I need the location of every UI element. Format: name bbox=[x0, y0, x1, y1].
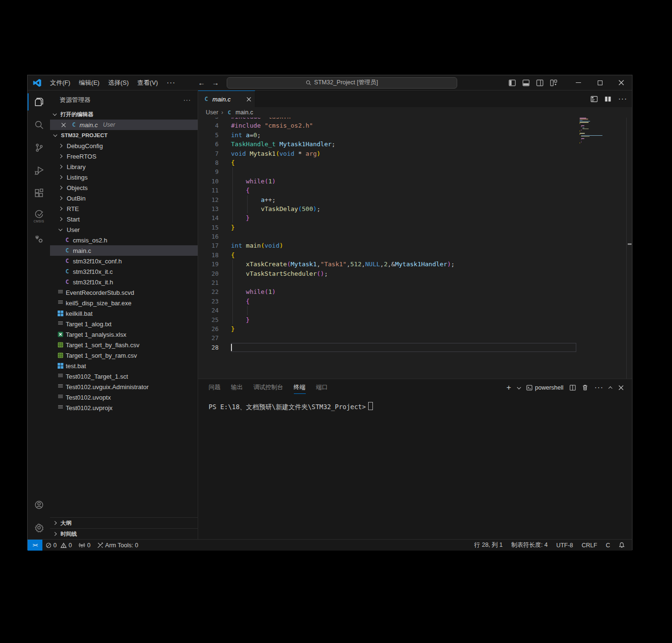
code-editor[interactable]: 3#include "task.h"4#include "cmsis_os2.h… bbox=[198, 118, 632, 379]
code-line-3[interactable]: 3#include "task.h" bbox=[198, 118, 632, 121]
tree-item-keil5-disp-size-bar-exe[interactable]: keil5_disp_size_bar.exe bbox=[50, 298, 198, 308]
split-editor-icon[interactable] bbox=[604, 96, 612, 102]
trash-icon[interactable] bbox=[582, 384, 588, 391]
nav-forward-button[interactable]: → bbox=[212, 79, 219, 87]
extensions-icon[interactable] bbox=[28, 182, 50, 205]
tree-item-outbin[interactable]: OutBin bbox=[50, 193, 198, 203]
tree-item-cmsis-os2-h[interactable]: Ccmsis_os2.h bbox=[50, 235, 198, 245]
encoding-status[interactable]: UTF-8 bbox=[552, 540, 577, 551]
panel-tab-3[interactable]: 终端 bbox=[289, 379, 311, 396]
panel-tab-4[interactable]: 端口 bbox=[311, 379, 333, 396]
tree-item-target-1-sort-by-ram-csv[interactable]: Target 1_sort_by_ram.csv bbox=[50, 350, 198, 361]
code-line-17[interactable]: 17int main(void) bbox=[198, 241, 632, 250]
code-line-13[interactable]: 13 vTaskDelay(500); bbox=[198, 204, 632, 213]
explorer-icon[interactable] bbox=[28, 90, 50, 113]
code-line-12[interactable]: 12 a++; bbox=[198, 195, 632, 204]
tree-item-keilkill-bat[interactable]: keilkill.bat bbox=[50, 308, 198, 319]
code-line-6[interactable]: 6TaskHandle_t Mytask1Handler; bbox=[198, 140, 632, 149]
code-line-23[interactable]: 23 { bbox=[198, 297, 632, 306]
command-center-search[interactable]: STM32_Project [管理员] bbox=[227, 77, 457, 89]
notifications-bell[interactable] bbox=[614, 540, 629, 551]
menu-item-2[interactable]: 选择(S) bbox=[104, 76, 133, 90]
language-mode-status[interactable]: C bbox=[602, 540, 614, 551]
code-line-22[interactable]: 22 while(1) bbox=[198, 287, 632, 296]
tree-item-stm32f10x-conf-h[interactable]: Cstm32f10x_conf.h bbox=[50, 256, 198, 266]
tab-close-icon[interactable] bbox=[247, 97, 251, 101]
code-line-8[interactable]: 8{ bbox=[198, 158, 632, 167]
tree-item-test0102-target-1-sct[interactable]: Test0102_Target_1.sct bbox=[50, 371, 198, 382]
preview-icon[interactable] bbox=[591, 96, 598, 102]
code-line-16[interactable]: 16 bbox=[198, 232, 632, 241]
panel-more-actions-icon[interactable]: ··· bbox=[594, 383, 603, 392]
code-line-15[interactable]: 15} bbox=[198, 223, 632, 232]
cursor-position-status[interactable]: 行 28, 列 1 bbox=[470, 540, 507, 551]
minimap[interactable] bbox=[580, 118, 603, 146]
customize-layout-icon[interactable] bbox=[550, 80, 557, 86]
arm-tools-status[interactable]: Arm Tools: 0 bbox=[94, 540, 141, 551]
breadcrumb-file[interactable]: main.c bbox=[236, 109, 253, 116]
embedded-tools-icon[interactable] bbox=[28, 228, 50, 251]
code-line-19[interactable]: 19 xTaskCreate(Mytask1,"Task1",512,NULL,… bbox=[198, 260, 632, 269]
code-line-27[interactable]: 27 bbox=[198, 333, 632, 342]
close-editor-icon[interactable] bbox=[61, 123, 68, 127]
tree-item-test0102-uvoptx[interactable]: Test0102.uvoptx bbox=[50, 392, 198, 402]
code-line-9[interactable]: 9 bbox=[198, 167, 632, 176]
menu-item-1[interactable]: 编辑(E) bbox=[75, 76, 104, 90]
code-line-18[interactable]: 18{ bbox=[198, 251, 632, 260]
menu-item-3[interactable]: 查看(V) bbox=[133, 76, 162, 90]
tree-item-test0102-uvguix-administrator[interactable]: Test0102.uvguix.Administrator bbox=[50, 382, 198, 392]
remote-indicator[interactable]: >< bbox=[28, 540, 42, 551]
terminal-profile-dropdown-icon[interactable] bbox=[517, 385, 521, 389]
tree-item-stm32f10x-it-c[interactable]: Cstm32f10x_it.c bbox=[50, 266, 198, 277]
more-actions-icon[interactable]: ··· bbox=[618, 95, 627, 103]
tree-item-debugconfig[interactable]: DebugConfig bbox=[50, 141, 198, 151]
tree-item-eventrecorderstub-scvd[interactable]: EventRecorderStub.scvd bbox=[50, 287, 198, 298]
code-line-14[interactable]: 14 } bbox=[198, 213, 632, 222]
code-line-28[interactable]: 28 bbox=[198, 343, 632, 352]
code-line-7[interactable]: 7void Mytask1(void * arg) bbox=[198, 149, 632, 158]
code-line-10[interactable]: 10 while(1) bbox=[198, 177, 632, 186]
indentation-status[interactable]: 制表符长度: 4 bbox=[507, 540, 552, 551]
tree-item-start[interactable]: Start bbox=[50, 214, 198, 224]
menu-item-0[interactable]: 文件(F) bbox=[46, 76, 75, 90]
new-terminal-button[interactable]: + bbox=[506, 383, 511, 392]
toggle-secondary-sidebar-icon[interactable] bbox=[536, 80, 543, 86]
tree-item-objects[interactable]: Objects bbox=[50, 182, 198, 193]
maximize-button[interactable] bbox=[589, 75, 611, 90]
code-line-11[interactable]: 11 { bbox=[198, 186, 632, 195]
search-sidebar-icon[interactable] bbox=[28, 113, 50, 136]
panel-tab-0[interactable]: 问题 bbox=[203, 379, 226, 396]
code-line-24[interactable]: 24 bbox=[198, 306, 632, 315]
code-line-21[interactable]: 21 bbox=[198, 278, 632, 287]
split-terminal-icon[interactable] bbox=[570, 385, 576, 391]
tree-item-target-1-sort-by-flash-csv[interactable]: Target 1_sort_by_flash.csv bbox=[50, 340, 198, 350]
code-line-20[interactable]: 20 vTaskStartScheduler(); bbox=[198, 269, 632, 278]
tree-item-target-1-analysis-xlsx[interactable]: Target 1_analysis.xlsx bbox=[50, 329, 198, 340]
breadcrumb-folder[interactable]: User bbox=[206, 109, 218, 116]
run-debug-icon[interactable] bbox=[28, 159, 50, 182]
panel-tab-1[interactable]: 输出 bbox=[226, 379, 248, 396]
eol-status[interactable]: CRLF bbox=[577, 540, 602, 551]
code-line-26[interactable]: 26} bbox=[198, 324, 632, 333]
terminal-instance-powershell[interactable]: powershell bbox=[526, 384, 563, 391]
editor-scrollbar[interactable] bbox=[626, 118, 632, 379]
close-window-button[interactable] bbox=[611, 75, 632, 90]
timeline-section-header[interactable]: 时间线 bbox=[50, 528, 198, 539]
tree-item-test-bat[interactable]: test.bat bbox=[50, 361, 198, 371]
toggle-panel-icon[interactable] bbox=[522, 80, 530, 86]
tree-item-user[interactable]: User bbox=[50, 224, 198, 235]
tree-item-target-1-alog-txt[interactable]: Target 1_alog.txt bbox=[50, 319, 198, 329]
problems-status[interactable]: 0 0 bbox=[42, 540, 75, 551]
open-editor-item-main-c[interactable]: C main.c User bbox=[50, 120, 198, 130]
project-root-folder[interactable]: STM32_PROJECT bbox=[50, 130, 198, 141]
outline-section-header[interactable]: 大纲 bbox=[50, 517, 198, 528]
tree-item-rte[interactable]: RTE bbox=[50, 203, 198, 214]
nav-back-button[interactable]: ← bbox=[198, 79, 205, 87]
tree-item-listings[interactable]: Listings bbox=[50, 172, 198, 182]
maximize-panel-icon[interactable] bbox=[608, 386, 612, 390]
tree-item-freertos[interactable]: FreeRTOS bbox=[50, 151, 198, 161]
explorer-more-actions[interactable]: ··· bbox=[183, 96, 191, 103]
toggle-primary-sidebar-icon[interactable] bbox=[509, 80, 516, 86]
cmsis-icon[interactable]: CMSIS bbox=[28, 205, 50, 228]
source-control-icon[interactable] bbox=[28, 136, 50, 159]
